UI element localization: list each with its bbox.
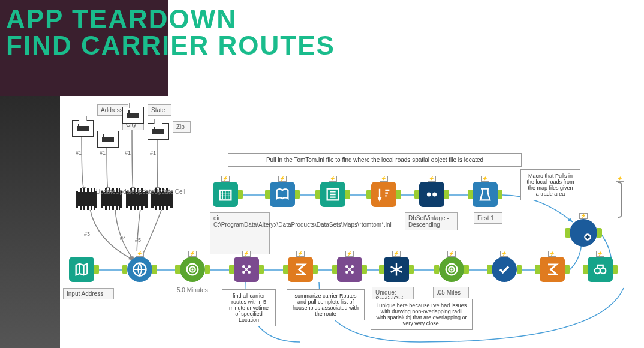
- tool-unique[interactable]: ⚡: [384, 257, 409, 282]
- wire-label-7: #5: [135, 237, 141, 243]
- lightning-icon: ⚡: [345, 251, 354, 257]
- tool-right-bracket[interactable]: ⚡: [618, 182, 622, 218]
- lightning-icon: ⚡: [447, 251, 456, 257]
- lightning-icon: ⚡: [188, 251, 197, 257]
- label-summarize: summarize carrier Routes and pull comple…: [287, 289, 365, 320]
- tool-text-input[interactable]: [69, 257, 94, 282]
- label-sample: First 1: [474, 212, 502, 224]
- wire-label-5: #3: [84, 231, 90, 237]
- tool-sample[interactable]: ⚡: [419, 182, 444, 207]
- tool-trade-area-1[interactable]: ⚡: [180, 257, 205, 282]
- book-icon: [274, 186, 291, 203]
- lightning-icon: ⚡: [329, 176, 337, 182]
- tool-find-nearest[interactable]: ⚡: [588, 257, 613, 282]
- label-find-all: find all carrier routes within 5 minute …: [222, 289, 276, 326]
- wire-label-3: #1: [125, 150, 131, 156]
- action-labels: UpdateUpdateUpdateUpdate Cell: [96, 188, 180, 195]
- svg-point-28: [432, 193, 437, 197]
- lightning-icon: ⚡: [481, 176, 489, 182]
- annotation-tomtom: Pull in the TomTom.ini file to find wher…: [228, 153, 522, 167]
- action-update-1[interactable]: [76, 191, 97, 208]
- globe-icon: [131, 261, 148, 278]
- page-title: APP TEARDOWN FIND CARRIER ROUTES: [6, 6, 335, 59]
- label-trade-area-2: .05 Miles: [433, 287, 469, 298]
- tool-sort[interactable]: ⚡: [371, 182, 396, 207]
- lightning-icon: ⚡: [278, 176, 287, 182]
- title-line-1: APP TEARDOWN: [6, 6, 335, 32]
- tool-spatial-match-2[interactable]: ⚡: [337, 257, 362, 282]
- svg-point-33: [191, 268, 194, 271]
- tool-spatial-process[interactable]: ⚡: [492, 257, 517, 282]
- tool-directory[interactable]: ⚡: [213, 182, 238, 207]
- textbox-state[interactable]: [122, 107, 144, 124]
- textbox-zip[interactable]: [148, 123, 169, 140]
- label-directory: dir C:\ProgramData\Alteryx\DataProducts\…: [210, 212, 270, 254]
- lightning-icon: ⚡: [428, 176, 436, 182]
- map-icon: [73, 261, 90, 278]
- textbox-address[interactable]: [72, 120, 94, 137]
- wire-label-4: #1: [150, 150, 156, 156]
- tool-summarize-1[interactable]: ⚡: [288, 257, 313, 282]
- lightning-icon: ⚡: [136, 251, 144, 257]
- folder-icon: [217, 186, 234, 203]
- label-input-address: Input Address: [63, 288, 114, 299]
- svg-point-27: [427, 193, 431, 197]
- lightning-icon: ⚡: [579, 213, 588, 219]
- binoculars-icon: [592, 261, 609, 278]
- lightning-icon: ⚡: [596, 251, 604, 257]
- tool-trade-area-2[interactable]: ⚡: [439, 257, 464, 282]
- svg-point-46: [600, 268, 606, 274]
- tool-formula[interactable]: ⚡: [473, 182, 498, 207]
- spatial-icon: [341, 261, 358, 278]
- sort-icon: [375, 186, 392, 203]
- tool-summarize-2[interactable]: ⚡: [540, 257, 565, 282]
- beaker-icon: [477, 186, 493, 203]
- spatial-icon: [238, 261, 255, 278]
- lightning-icon: ⚡: [380, 176, 388, 182]
- tool-spatial-match-1[interactable]: ⚡: [234, 257, 259, 282]
- lightning-icon: ⚡: [548, 251, 556, 257]
- check-icon: [496, 261, 513, 278]
- textbox-city[interactable]: [97, 131, 119, 148]
- sigma-icon: [544, 261, 561, 278]
- target-icon: [184, 261, 201, 278]
- label-sort: DbSetVintage - Descending: [405, 212, 458, 230]
- target-icon: [443, 261, 460, 278]
- wire-label-2: #1: [100, 150, 106, 156]
- wire-label-6: #4: [120, 235, 126, 241]
- label-trade-area-1: 5.0 Minutes: [177, 287, 208, 293]
- lightning-icon: ⚡: [296, 251, 305, 257]
- workflow-canvas[interactable]: Address City State Zip #1 #1 #1 #1 Updat…: [60, 102, 644, 348]
- title-line-2: FIND CARRIER ROUTES: [6, 32, 335, 59]
- sigma-icon: [292, 261, 309, 278]
- plus-icon: [575, 224, 592, 241]
- label-state: State: [148, 104, 171, 116]
- svg-point-44: [450, 268, 453, 271]
- annotation-macro: Macro that Pulls in the local roads from…: [520, 169, 580, 200]
- background-left: [0, 96, 60, 348]
- tool-geocoder[interactable]: ⚡: [127, 257, 152, 282]
- tool-select[interactable]: ⚡: [320, 182, 345, 207]
- tool-macro-roads[interactable]: ⚡: [570, 219, 597, 247]
- svg-point-45: [595, 268, 600, 274]
- snowflake-icon: [388, 261, 405, 278]
- tool-dynamic-input[interactable]: ⚡: [270, 182, 295, 207]
- label-zip: Zip: [173, 121, 191, 133]
- lightning-icon: ⚡: [221, 176, 230, 182]
- select-icon: [324, 186, 341, 203]
- lightning-icon: ⚡: [616, 176, 624, 182]
- annotation-unique: i unique here because I've had issues wi…: [371, 299, 473, 330]
- dots-icon: [423, 186, 440, 203]
- lightning-icon: ⚡: [500, 251, 508, 257]
- wire-label-1: #1: [76, 150, 82, 156]
- lightning-icon: ⚡: [242, 251, 251, 257]
- lightning-icon: ⚡: [392, 251, 401, 257]
